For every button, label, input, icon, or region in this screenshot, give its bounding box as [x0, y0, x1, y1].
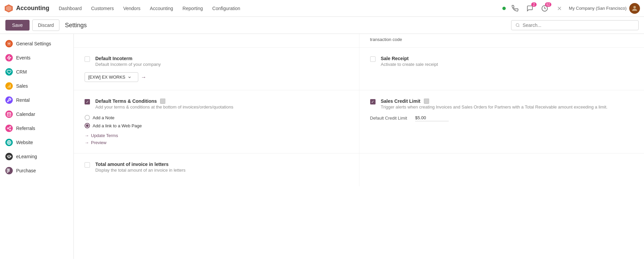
events-label: Events	[16, 55, 31, 60]
nav-configuration[interactable]: Configuration	[208, 4, 244, 13]
website-icon	[5, 139, 13, 146]
radio-note-circle	[85, 115, 90, 120]
svg-marker-7	[7, 56, 11, 60]
elearning-icon	[5, 153, 13, 160]
sidebar-item-general-settings[interactable]: General Settings	[0, 37, 73, 51]
purchase-icon	[5, 167, 13, 174]
nav-logo[interactable]: Accounting	[4, 4, 49, 13]
svg-point-3	[633, 6, 636, 8]
close-icon	[556, 5, 562, 11]
incoterm-external-link[interactable]: →	[141, 74, 146, 80]
right-empty-section	[359, 154, 644, 186]
nav-vendors[interactable]: Vendors	[119, 4, 144, 13]
incoterm-label-wrap: Default Incoterm Default Incoterm of you…	[95, 56, 348, 67]
credit-limit-desc: Trigger alerts when creating Invoices an…	[381, 104, 634, 110]
credit-limit-section: Sales Credit Limit Trigger alerts when c…	[359, 90, 644, 154]
total-invoice-section: Total amount of invoice in letters Displ…	[74, 154, 359, 186]
rental-label: Rental	[16, 97, 30, 103]
radio-group: Add a Note Add a link to a Web Page	[85, 115, 348, 128]
close-icon-btn[interactable]	[554, 3, 565, 14]
nav-customers[interactable]: Customers	[87, 4, 118, 13]
total-invoice-checkbox[interactable]	[85, 162, 90, 168]
total-invoice-desc: Display the total amount of an invoice i…	[95, 168, 348, 173]
total-invoice-label-wrap: Total amount of invoice in letters Displ…	[95, 162, 348, 173]
rental-icon	[5, 96, 13, 104]
general-settings-icon	[5, 40, 13, 47]
default-credit-row: Default Credit Limit $5.00	[370, 115, 634, 121]
enterprise-grid-icon-2	[424, 98, 429, 104]
phone-icon-btn[interactable]	[510, 3, 521, 14]
total-invoice-row: Total amount of invoice in letters Displ…	[85, 162, 348, 173]
svg-point-18	[10, 129, 11, 130]
nav-reporting[interactable]: Reporting	[179, 4, 207, 13]
activity-badge: 62	[545, 2, 551, 7]
sidebar-item-elearning[interactable]: eLearning	[0, 149, 73, 164]
sale-receipt-checkbox[interactable]	[370, 56, 376, 62]
radio-webpage-circle	[85, 123, 90, 128]
right-sale-receipt-section: Sale Receipt Activate to create sale rec…	[359, 48, 644, 90]
sidebar-item-sales[interactable]: Sales	[0, 79, 73, 93]
referrals-icon	[5, 125, 13, 132]
save-button[interactable]: Save	[5, 20, 30, 31]
nav-dashboard[interactable]: Dashboard	[55, 4, 86, 13]
sales-label: Sales	[16, 83, 28, 89]
dropdown-chevron-icon	[128, 75, 132, 79]
nav-accounting[interactable]: Accounting	[146, 4, 177, 13]
radio-webpage[interactable]: Add a link to a Web Page	[85, 123, 348, 128]
top-nav: Accounting Dashboard Customers Vendors A…	[0, 0, 644, 17]
total-invoice-label: Total amount of invoice in letters	[95, 162, 348, 167]
incoterm-dropdown[interactable]: [EXW] EX WORKS	[85, 72, 138, 82]
update-terms-text: Update Terms	[91, 133, 118, 138]
messages-badge: 2	[531, 2, 537, 7]
discard-button[interactable]: Discard	[32, 19, 59, 31]
avatar-icon	[631, 5, 638, 12]
settings-grid: Default Incoterm Default Incoterm of you…	[74, 48, 644, 90]
svg-point-4	[516, 24, 519, 27]
preview-text: Preview	[91, 140, 106, 145]
terms-checkbox[interactable]	[85, 99, 90, 104]
incoterm-checkbox[interactable]	[85, 56, 90, 62]
sale-receipt-desc: Activate to create sale receipt	[381, 62, 634, 67]
logo-icon	[4, 4, 13, 13]
sidebar-item-crm[interactable]: CRM	[0, 65, 73, 79]
search-box[interactable]	[511, 20, 639, 30]
calendar-label: Calendar	[16, 112, 35, 117]
credit-limit-label-wrap: Sales Credit Limit Trigger alerts when c…	[381, 98, 634, 110]
sales-icon	[5, 82, 13, 90]
sidebar-item-events[interactable]: Events	[0, 51, 73, 65]
nav-icons: 2 62 My Company (San Francisco)	[502, 3, 640, 14]
terms-desc: Add your terms & conditions at the botto…	[95, 104, 348, 110]
messages-icon-btn[interactable]: 2	[525, 3, 535, 14]
default-credit-value: $5.00	[415, 115, 426, 120]
terms-row: Default Terms & Conditions Add your term…	[85, 98, 348, 110]
preview-link[interactable]: → Preview	[85, 140, 348, 145]
incoterm-select-row: [EXW] EX WORKS →	[85, 72, 348, 82]
svg-line-5	[518, 26, 519, 27]
incoterm-row: Default Incoterm Default Incoterm of you…	[85, 56, 348, 67]
app-title: Accounting	[16, 5, 49, 12]
search-input[interactable]	[523, 23, 634, 28]
svg-text:31: 31	[8, 114, 10, 116]
user-avatar	[629, 3, 640, 14]
online-indicator	[502, 7, 506, 10]
company-selector[interactable]: My Company (San Francisco)	[569, 3, 640, 14]
svg-point-16	[10, 126, 11, 128]
sidebar: General Settings Events CRM Sales Rental	[0, 34, 74, 259]
sidebar-item-rental[interactable]: Rental	[0, 93, 73, 107]
sidebar-item-calendar[interactable]: 31 Calendar	[0, 107, 73, 121]
default-credit-value-container[interactable]: $5.00	[415, 115, 449, 121]
sidebar-item-website[interactable]: Website	[0, 135, 73, 149]
left-incoterm-section: Default Incoterm Default Incoterm of you…	[74, 48, 359, 90]
left-top-partial	[74, 34, 359, 47]
radio-note[interactable]: Add a Note	[85, 115, 348, 120]
sale-receipt-row: Sale Receipt Activate to create sale rec…	[370, 56, 634, 67]
page-title: Settings	[65, 22, 87, 29]
sidebar-item-purchase[interactable]: Purchase	[0, 164, 73, 178]
settings-content: transaction code Default Incoterm Defaul…	[74, 34, 644, 259]
update-terms-link[interactable]: → Update Terms	[85, 133, 348, 138]
settings-grid-3: Total amount of invoice in letters Displ…	[74, 154, 644, 186]
transaction-code-section: transaction code	[359, 34, 644, 47]
activity-icon-btn[interactable]: 62	[539, 3, 550, 14]
credit-limit-checkbox[interactable]	[370, 99, 376, 104]
sidebar-item-referrals[interactable]: Referrals	[0, 121, 73, 135]
